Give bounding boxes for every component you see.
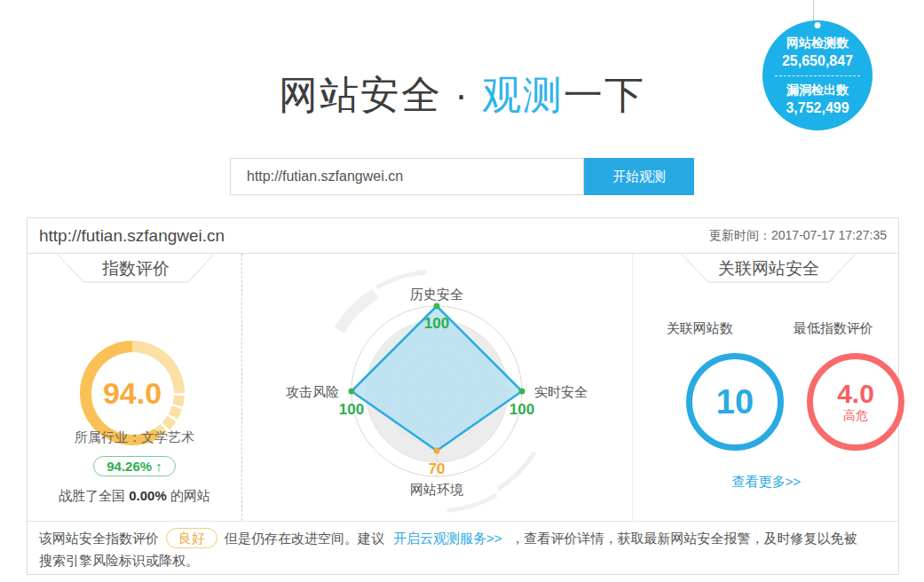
related-count-label: 关联网站数	[633, 320, 767, 337]
score-value: 94.0	[103, 376, 162, 411]
radar-point-realtime[interactable]	[519, 389, 525, 395]
panel-body: 指数评价 94.0 所属行业：文学艺术 94.26% ↑ 战胜了全国 0.00%…	[28, 254, 898, 521]
url-input[interactable]	[230, 158, 584, 195]
related-labels: 关联网站数 最低指数评价	[633, 320, 900, 337]
update-time: 更新时间：2017-07-17 17:27:35	[709, 228, 887, 244]
lowest-score-circle: 4.0 高危	[807, 353, 904, 451]
decor-arc-bottom-thick	[498, 452, 534, 489]
beat-line: 战胜了全国 0.00% 的网站	[28, 488, 241, 505]
balloon-knot-icon	[815, 22, 821, 28]
decor-arc-top-thin	[377, 272, 427, 288]
beat-value: 0.00%	[129, 488, 167, 503]
radar-chart: 历史安全 实时安全 攻击风险 网站环境 100 100 100 70	[241, 254, 632, 521]
beat-suffix: 的网站	[167, 488, 210, 503]
radar-label-environment: 网站环境	[410, 482, 463, 497]
title-part2: 一下	[564, 73, 645, 116]
related-section-header: 关联网站安全	[682, 254, 856, 283]
radar-label-history: 历史安全	[410, 287, 463, 302]
lowest-score-value: 4.0	[837, 380, 874, 408]
footer-text-1: 该网站安全指数评价	[39, 531, 159, 546]
result-panel: http://futian.szfangwei.cn 更新时间：2017-07-…	[27, 217, 899, 575]
radar-value-history: 100	[424, 315, 449, 332]
radar-point-history[interactable]	[434, 303, 440, 310]
industry-label: 所属行业：文学艺术	[28, 429, 241, 446]
detect-count-label: 网站检测数	[786, 34, 849, 51]
footer-text-3: ，查看评价详情，获取最新网站安全报警，及时修复以免被	[511, 531, 857, 546]
radar-label-realtime: 实时安全	[534, 384, 588, 399]
radar-label-attack: 攻击风险	[286, 384, 339, 399]
index-header-label: 指数评价	[102, 259, 170, 278]
view-more-link[interactable]: 查看更多>>	[633, 474, 900, 491]
start-observe-button[interactable]: 开始观测	[584, 158, 694, 195]
panel-footer: 该网站安全指数评价良好但是仍存在改进空间。建议开启云观测服务>>，查看评价详情，…	[28, 521, 898, 574]
score-donut-hole: 94.0	[91, 352, 174, 435]
page-title: 网站安全 · 观测一下	[0, 69, 924, 122]
detect-count-value: 25,650,847	[782, 51, 853, 71]
footer-text-2: 但是仍存在改进空间。建议	[225, 531, 384, 546]
title-part1: 网站安全	[279, 73, 442, 116]
cloud-service-link[interactable]: 开启云观测服务>>	[393, 531, 502, 546]
footer-line1: 该网站安全指数评价良好但是仍存在改进空间。建议开启云观测服务>>，查看评价详情，…	[39, 527, 887, 549]
related-count-circle: 10	[686, 353, 784, 451]
decor-arc-top-thick	[339, 294, 375, 330]
rating-badge: 良好	[166, 528, 217, 548]
radar-value-attack: 100	[339, 401, 364, 418]
radar-point-attack[interactable]	[349, 389, 355, 395]
panel-header: http://futian.szfangwei.cn 更新时间：2017-07-…	[28, 218, 898, 254]
risk-level-badge: 高危	[843, 408, 868, 424]
lowest-score-label: 最低指数评价	[767, 320, 901, 337]
footer-line2: 搜索引擎风险标识或降权。	[39, 549, 887, 571]
percentile-badge: 94.26% ↑	[93, 456, 176, 476]
radar-value-environment: 70	[429, 460, 446, 477]
decor-arc-bottom-thin	[447, 495, 497, 511]
related-count-value: 10	[716, 383, 754, 421]
radar-point-environment[interactable]	[434, 448, 440, 454]
title-highlight: 观测	[482, 73, 564, 116]
title-dot: ·	[442, 73, 482, 116]
site-url: http://futian.szfangwei.cn	[39, 226, 225, 246]
index-section-header: 指数评价	[58, 254, 214, 283]
related-header-label: 关联网站安全	[718, 259, 819, 278]
page: 网站检测数 25,650,847 漏洞检出数 3,752,499 网站安全 · …	[0, 0, 924, 582]
search-row: 开始观测	[230, 158, 694, 195]
radar-value-realtime: 100	[509, 401, 534, 418]
percentile-wrap: 94.26% ↑	[28, 456, 241, 476]
beat-prefix: 战胜了全国	[59, 488, 129, 503]
